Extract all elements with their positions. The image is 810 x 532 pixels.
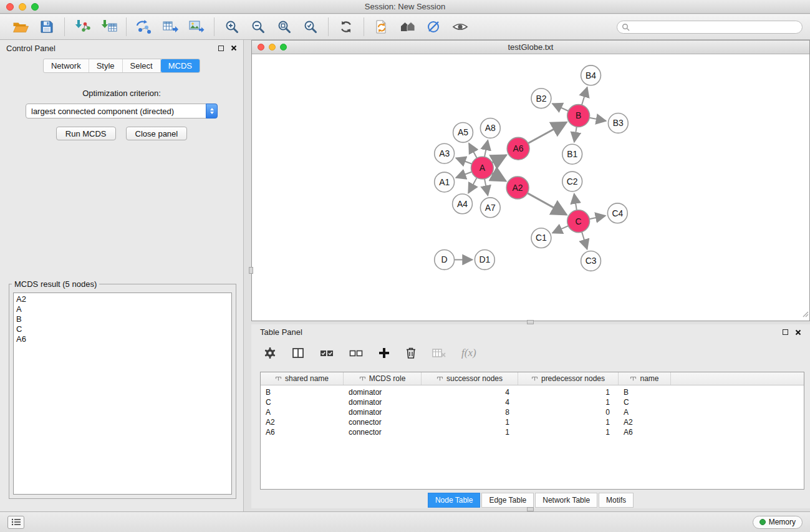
tab-select[interactable]: Select [123,59,161,72]
zoom-fit-button[interactable] [271,17,297,37]
node-A7[interactable]: A7 [480,198,500,218]
float-panel-button[interactable] [218,46,224,51]
network-window-titlebar[interactable]: testGlobe.txt [252,41,809,54]
zoom-out-button[interactable] [245,17,271,37]
show-columns-button[interactable] [292,347,304,359]
node-B1[interactable]: B1 [562,144,582,164]
tab-node-table[interactable]: Node Table [428,493,481,508]
float-table-panel-button[interactable] [783,329,788,335]
resize-corner-handle[interactable] [801,309,809,320]
horizontal-resize-handle[interactable] [527,320,534,324]
network-view[interactable]: B4B2BB3A8A5A6A3B1AC2A1A2A4A7C4CC1C3DD1 [253,55,808,319]
edge-C-C2[interactable] [574,194,577,210]
tab-network-table[interactable]: Network Table [535,493,597,508]
close-window-button[interactable] [6,3,14,11]
node-A5[interactable]: A5 [453,122,473,142]
node-B4[interactable]: B4 [581,65,601,85]
result-item-b[interactable]: B [16,314,229,324]
edge-B-B1[interactable] [574,127,577,142]
network-zoom-button[interactable] [280,44,287,51]
node-C1[interactable]: C1 [531,228,551,248]
run-mcds-button[interactable]: Run MCDS [56,127,116,140]
node-A3[interactable]: A3 [435,143,455,163]
tab-edge-table[interactable]: Edge Table [481,493,534,508]
task-history-button[interactable] [7,516,24,529]
select-all-rows-button[interactable] [320,349,334,358]
table-row-b[interactable]: Bdominator41B [261,387,804,397]
edge-A-A4[interactable] [468,178,477,193]
node-D[interactable]: D [435,250,455,270]
node-B2[interactable]: B2 [531,89,551,109]
function-builder-icon[interactable]: f(x) [461,347,476,359]
node-B3[interactable]: B3 [608,114,628,133]
edge-A-A2[interactable] [492,173,506,181]
network-close-button[interactable] [258,44,264,51]
zoom-selected-button[interactable] [297,17,324,37]
edge-A-A8[interactable] [485,140,488,157]
column-header-successor-nodes[interactable]: successor nodes [422,372,518,385]
export-table-button[interactable] [157,17,183,37]
optimization-criterion-dropdown[interactable]: largest connected component (directed) [26,104,218,118]
node-C4[interactable]: C4 [607,203,627,223]
show-graphics-button[interactable] [447,17,473,37]
node-A[interactable]: A [471,157,493,179]
search-input[interactable] [632,22,798,31]
node-C3[interactable]: C3 [581,251,601,271]
table-settings-button[interactable] [264,347,276,359]
save-session-button[interactable] [34,17,60,37]
edge-B-B2[interactable] [552,104,568,111]
close-panel-button[interactable]: Close panel [126,127,188,140]
close-table-panel-button[interactable] [795,329,801,336]
memory-button[interactable]: Memory [753,516,803,529]
node-C[interactable]: C [567,210,590,233]
edge-A-A6[interactable] [492,155,506,163]
result-item-a[interactable]: A [16,304,229,314]
edge-C-C4[interactable] [589,216,605,219]
tab-style[interactable]: Style [89,59,123,72]
node-A6[interactable]: A6 [507,137,529,160]
annotation-toggle-button[interactable] [421,17,447,37]
node-A8[interactable]: A8 [480,118,500,138]
result-item-a6[interactable]: A6 [16,334,229,344]
delete-table-button[interactable] [432,348,446,358]
column-header-shared-name[interactable]: shared name [261,372,344,385]
node-B[interactable]: B [567,105,590,127]
column-header-predecessor-nodes[interactable]: predecessor nodes [518,372,619,385]
edge-A-A5[interactable] [469,143,477,158]
horizontal-resize-handle[interactable] [527,507,534,511]
result-item-c[interactable]: C [16,324,229,334]
import-table-button[interactable] [95,17,122,37]
node-A4[interactable]: A4 [453,194,473,214]
tab-motifs[interactable]: Motifs [599,493,634,508]
minimize-window-button[interactable] [19,3,26,11]
node-C2[interactable]: C2 [562,172,582,191]
edge-B-B3[interactable] [589,118,605,121]
vertical-resize-handle[interactable] [249,267,253,274]
edge-A2-C[interactable] [528,193,567,215]
export-image-button[interactable] [183,17,210,37]
result-item-a2[interactable]: A2 [16,294,229,304]
edge-B-B4[interactable] [582,87,587,105]
table-row-a6[interactable]: A6connector11A6 [261,427,804,437]
delete-rows-button[interactable] [405,347,417,359]
edge-C-C1[interactable] [552,226,568,233]
edge-C-C3[interactable] [582,232,587,249]
edge-A6-B[interactable] [528,122,567,143]
deselect-all-rows-button[interactable] [349,349,363,358]
zoom-window-button[interactable] [31,3,39,11]
home-view-button[interactable] [395,17,421,37]
network-minimize-button[interactable] [269,44,276,51]
edge-A-A7[interactable] [485,179,488,196]
node-A1[interactable]: A1 [435,172,455,192]
node-D1[interactable]: D1 [475,250,494,270]
zoom-in-button[interactable] [219,17,245,37]
column-header-name[interactable]: name [619,372,671,385]
close-panel-icon-button[interactable] [231,45,237,51]
export-network-button[interactable] [131,17,157,37]
table-row-a2[interactable]: A2connector11A2 [261,417,804,427]
network-canvas[interactable]: B4B2BB3A8A5A6A3B1AC2A1A2A4A7C4CC1C3DD1 [253,55,808,319]
tab-network[interactable]: Network [44,59,89,72]
table-row-a[interactable]: Adominator80A [261,407,804,417]
import-network-button[interactable] [69,17,95,37]
column-header-mcds-role[interactable]: MCDS role [344,372,422,385]
